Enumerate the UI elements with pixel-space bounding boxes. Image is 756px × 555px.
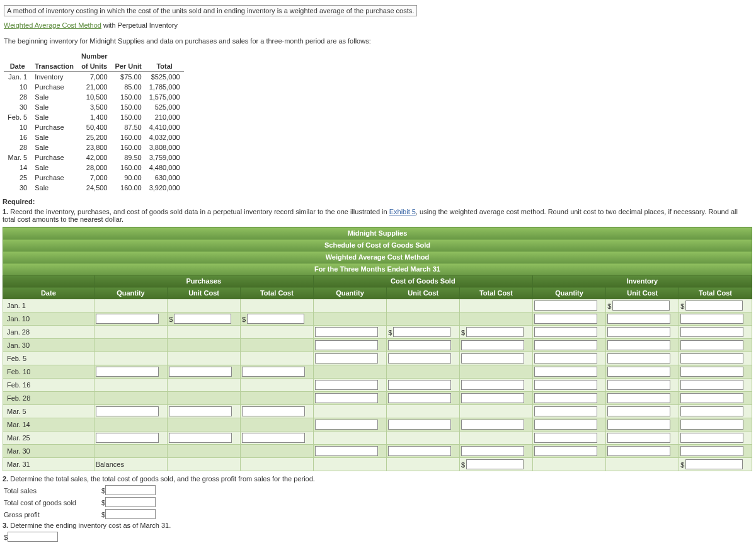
sched-input[interactable] <box>680 380 743 390</box>
sched-input[interactable] <box>242 433 305 443</box>
sched-date: Feb. 28 <box>3 392 94 405</box>
sched-input[interactable] <box>607 327 670 337</box>
sched-cell <box>532 299 606 312</box>
sched-input[interactable] <box>607 340 670 350</box>
sched-input[interactable] <box>680 393 743 403</box>
sched-input[interactable] <box>315 380 378 390</box>
sched-input[interactable] <box>461 420 524 430</box>
sched-input[interactable] <box>461 353 524 363</box>
sched-input[interactable] <box>680 367 743 377</box>
sched-input[interactable] <box>169 406 232 416</box>
dt-units: 7,000 <box>77 173 112 183</box>
sched-cell <box>313 418 387 432</box>
sched-input[interactable] <box>534 446 597 456</box>
sched-input[interactable] <box>461 393 524 403</box>
sched-input[interactable] <box>315 340 378 350</box>
sched-cell <box>313 339 387 352</box>
sched-input[interactable] <box>96 314 159 324</box>
sched-input[interactable] <box>607 433 670 443</box>
sched-input[interactable] <box>169 367 232 377</box>
sched-input[interactable] <box>388 380 451 390</box>
sched-input[interactable] <box>607 380 670 390</box>
sched-input[interactable] <box>685 300 743 311</box>
schedule-table: Midnight Supplies Schedule of Cost of Go… <box>3 227 752 471</box>
q1-number: 1. <box>3 208 8 215</box>
sched-input[interactable] <box>315 393 378 403</box>
sched-cell <box>94 339 168 352</box>
ending-inventory-input[interactable] <box>8 532 58 542</box>
sched-input[interactable] <box>534 433 597 443</box>
tooltip-definition: A method of inventory costing in which t… <box>4 5 417 16</box>
sched-input[interactable] <box>680 314 743 324</box>
total-cogs-input[interactable] <box>105 497 156 507</box>
sched-input[interactable] <box>174 314 231 324</box>
sched-input[interactable] <box>534 327 597 337</box>
exhibit-link[interactable]: Exhibit 5 <box>389 208 416 215</box>
total-sales-input[interactable] <box>105 485 156 495</box>
sched-cell <box>94 432 168 445</box>
sched-input[interactable] <box>534 420 597 430</box>
sched-cell: $ <box>606 299 679 312</box>
sched-input[interactable] <box>96 433 159 443</box>
sched-input[interactable] <box>534 300 597 311</box>
sched-input[interactable] <box>534 367 597 377</box>
sched-input[interactable] <box>96 406 159 416</box>
sched-input[interactable] <box>680 420 743 430</box>
sched-input[interactable] <box>388 393 451 403</box>
gross-profit-input[interactable] <box>105 509 156 519</box>
sched-input[interactable] <box>680 446 743 456</box>
sched-input[interactable] <box>534 393 597 403</box>
sched-input[interactable] <box>680 340 743 350</box>
sched-cell <box>94 365 168 379</box>
sched-input[interactable] <box>607 367 670 377</box>
sched-input[interactable] <box>612 300 670 311</box>
sched-input[interactable] <box>242 367 305 377</box>
sched-input[interactable] <box>247 314 304 324</box>
dt-trans: Sale <box>31 183 77 193</box>
dt-trans: Inventory <box>31 72 77 83</box>
sched-cell <box>313 432 387 445</box>
sched-input[interactable] <box>315 420 378 430</box>
sched-input[interactable] <box>534 353 597 363</box>
col-sdate: Date <box>3 287 94 299</box>
sched-input[interactable] <box>680 327 743 337</box>
sched-input[interactable] <box>607 353 670 363</box>
sched-input[interactable] <box>461 446 524 456</box>
col-cuc: Unit Cost <box>387 287 460 299</box>
sched-cell: $ <box>387 326 460 339</box>
sched-input[interactable] <box>466 459 524 469</box>
sched-cell <box>168 432 241 445</box>
sched-input[interactable] <box>388 353 451 363</box>
sched-cell <box>606 352 679 365</box>
sched-input[interactable] <box>607 406 670 416</box>
sched-input[interactable] <box>388 446 451 456</box>
sched-input[interactable] <box>685 459 743 469</box>
sched-input[interactable] <box>169 433 232 443</box>
sched-input[interactable] <box>96 367 159 377</box>
sched-input[interactable] <box>461 380 524 390</box>
sched-input[interactable] <box>607 314 670 324</box>
sched-input[interactable] <box>534 314 597 324</box>
sched-input[interactable] <box>315 353 378 363</box>
sched-input[interactable] <box>607 393 670 403</box>
sched-input[interactable] <box>466 327 524 337</box>
sched-input[interactable] <box>242 406 305 416</box>
sched-input[interactable] <box>534 406 597 416</box>
sched-input[interactable] <box>607 446 670 456</box>
sched-input[interactable] <box>393 327 450 337</box>
sched-input[interactable] <box>607 420 670 430</box>
sched-input[interactable] <box>680 433 743 443</box>
sched-input[interactable] <box>534 380 597 390</box>
sched-input[interactable] <box>388 340 451 350</box>
sched-input[interactable] <box>534 340 597 350</box>
weighted-avg-link[interactable]: Weighted Average Cost Method <box>4 21 101 29</box>
dt-date: 30 <box>4 183 31 193</box>
sched-input[interactable] <box>315 327 378 337</box>
sched-cell <box>532 392 606 405</box>
sched-input[interactable] <box>461 340 524 350</box>
sched-input[interactable] <box>388 420 451 430</box>
sched-input[interactable] <box>315 446 378 456</box>
sched-cell <box>460 352 533 365</box>
sched-input[interactable] <box>680 406 743 416</box>
sched-input[interactable] <box>680 353 743 363</box>
